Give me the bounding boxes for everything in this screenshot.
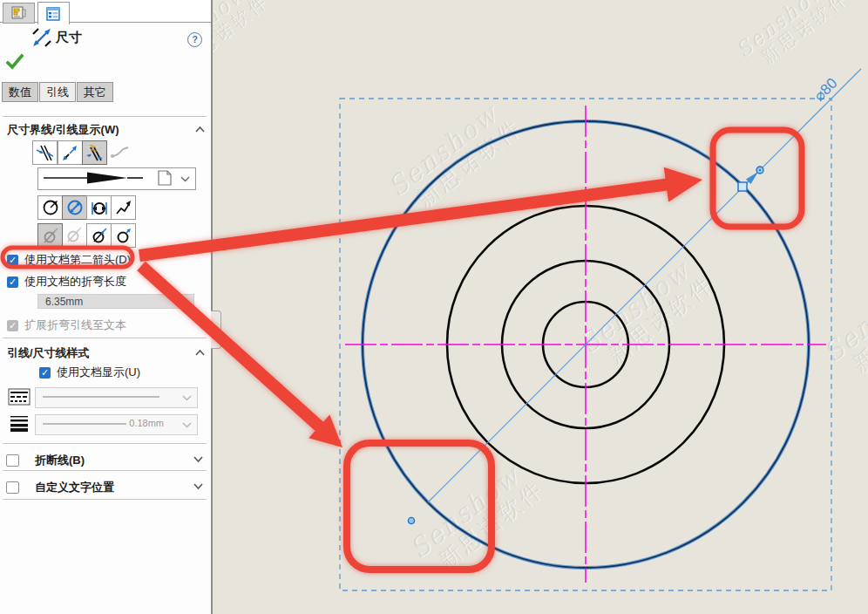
separator (3, 443, 207, 444)
watermark: Senshow新思诺软件 (732, 0, 851, 77)
diameter-gray-icon (42, 227, 59, 244)
bent-leader-icon (109, 144, 132, 160)
panel-title: 尺寸 (56, 30, 82, 46)
watermark: Senshow新思诺软件 (574, 249, 717, 377)
thickness-value: 0.18mm (129, 418, 164, 428)
separator (3, 338, 207, 338)
tab-leaders[interactable]: 引线 (39, 82, 76, 102)
diameter-arrow-in-button[interactable] (86, 223, 112, 248)
outer-circle[interactable] (363, 121, 809, 568)
diameter-leader-icon (66, 199, 84, 216)
dimension-square-handle[interactable] (738, 182, 747, 191)
bend-length-value: 6.35mm (45, 296, 83, 308)
circle-4[interactable] (543, 302, 628, 387)
line-style-icon (6, 386, 32, 407)
diameter-symbol-button-1[interactable] (37, 223, 63, 248)
watermark: Senshow新思诺软件 (383, 92, 526, 220)
dimension-circle-handle[interactable] (756, 167, 763, 174)
jogged-leader-button[interactable] (111, 195, 136, 220)
arrows-smart-icon (86, 145, 103, 161)
tab-configuration-list[interactable] (37, 2, 70, 24)
dimension-icon (31, 27, 52, 48)
arrows-outside-icon (62, 145, 78, 161)
arrows-outside-button[interactable] (58, 140, 83, 165)
outer-circle-highlight[interactable] (363, 121, 809, 568)
diameter-arrow-out-button[interactable] (111, 223, 136, 248)
dimension-arrowhead[interactable] (746, 172, 758, 184)
handle-dot (759, 169, 761, 171)
use-document-display-row[interactable]: ✓ 使用文档显示(U) (39, 365, 140, 380)
separator (3, 499, 207, 500)
arrows-inside-icon (37, 145, 53, 161)
linear-leader-icon (91, 199, 108, 216)
document-icon (159, 171, 171, 185)
chevron-down-icon (182, 394, 192, 401)
diameter-arrow-out-icon (115, 227, 132, 244)
jogged-leader-icon (115, 199, 132, 216)
diameter-arrow-in-icon (91, 227, 108, 244)
chevron-down-icon (182, 421, 192, 428)
checkbox-label: 扩展折弯引线至文本 (24, 317, 126, 333)
arrow-style-preview (38, 168, 193, 188)
expand-chevron-down-icon[interactable] (193, 455, 204, 463)
panel-divider[interactable] (211, 0, 213, 614)
arrows-smart-button[interactable] (82, 140, 107, 165)
radial-leader-button[interactable] (37, 195, 63, 220)
line-thickness-icon (6, 413, 32, 433)
group-label: 自定义文字位置 (35, 480, 114, 495)
arrows-inside-button[interactable] (32, 140, 58, 165)
collapse-chevron-up-icon[interactable] (194, 349, 206, 357)
tab-other[interactable]: 其它 (77, 82, 113, 102)
panel-grip[interactable] (211, 310, 221, 349)
checkbox-checked-disabled: ✓ (7, 320, 18, 331)
annotation-arrow-1 (139, 167, 702, 262)
panel-tabs: 数值 引线 其它 (2, 82, 114, 102)
list-icon (46, 7, 61, 21)
checkbox-unchecked[interactable] (6, 454, 19, 467)
tab-property-manager[interactable] (3, 3, 35, 24)
witness-section-title: 尺寸界线/引线显示(W) (7, 122, 119, 138)
circle-3[interactable] (502, 261, 669, 428)
use-document-second-arrow-row[interactable]: ✓ 使用文档第二箭头(D) (7, 252, 131, 268)
diameter-leader-button[interactable] (62, 195, 87, 220)
style-section-title: 引线/尺寸线样式 (7, 345, 90, 361)
second-arrow-handle[interactable] (408, 517, 414, 523)
arrow-style-dropdown[interactable] (37, 167, 196, 190)
expand-chevron-down-icon[interactable] (193, 482, 204, 490)
line-style-dropdown (35, 387, 198, 408)
checkbox-checked[interactable]: ✓ (7, 276, 18, 288)
radial-leader-icon (42, 199, 59, 216)
separator (3, 116, 207, 117)
collapse-chevron-up-icon[interactable] (194, 126, 206, 133)
separator (3, 470, 207, 471)
watermark: Senshow新思诺软件 (404, 454, 547, 582)
ok-check-icon[interactable] (6, 53, 24, 71)
circle-2[interactable] (447, 206, 724, 483)
checkbox-checked[interactable]: ✓ (7, 255, 18, 266)
line-thickness-dropdown: 0.18mm (35, 414, 198, 435)
custom-text-position-group[interactable]: 自定义文字位置 (6, 480, 114, 495)
selection-bounding-box (340, 99, 831, 590)
use-document-bend-length-row[interactable]: ✓ 使用文档的折弯长度 (7, 274, 126, 290)
annotation-highlight-second-arrow-area (347, 443, 492, 570)
checkbox-label: 使用文档的折弯长度 (24, 274, 126, 290)
dimension-text[interactable]: ⌀80 (810, 75, 840, 105)
checkbox-checked[interactable]: ✓ (39, 367, 51, 379)
linear-leader-button[interactable] (86, 195, 112, 220)
group-label: 折断线(B) (35, 453, 85, 468)
extend-bent-leader-row: ✓ 扩展折弯引线至文本 (7, 317, 126, 333)
dimension-line[interactable] (428, 69, 861, 502)
checkbox-label: 使用文档显示(U) (57, 365, 140, 380)
checkbox-unchecked[interactable] (6, 481, 19, 494)
break-line-group[interactable]: 折断线(B) (6, 453, 85, 468)
property-manager-panel: 尺寸 ? 数值 引线 其它 尺寸界线/引线显示(W) (0, 0, 211, 614)
chevron-down-icon (180, 175, 190, 182)
bend-length-field[interactable]: 6.35mm (37, 294, 194, 309)
help-icon[interactable]: ? (187, 32, 202, 47)
annotation-highlight-arrow-area (713, 130, 802, 227)
tab-value[interactable]: 数值 (2, 82, 38, 102)
property-manager-icon (11, 6, 26, 20)
watermark: Senshow新思诺软件 (818, 258, 868, 385)
diameter-disabled-icon (63, 223, 85, 246)
checkbox-label: 使用文档第二箭头(D) (24, 252, 131, 268)
